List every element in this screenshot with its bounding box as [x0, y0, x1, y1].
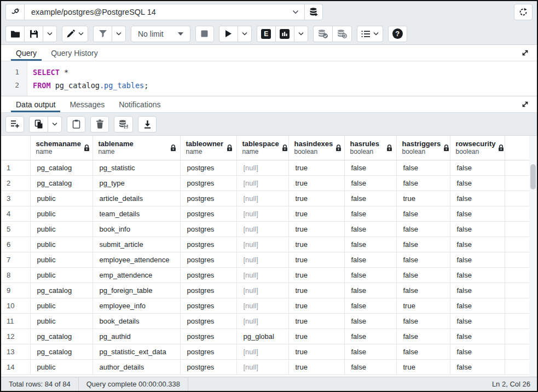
save-data-button[interactable]	[114, 116, 133, 132]
row-number-cell[interactable]: 1	[1, 160, 30, 175]
cell[interactable]: pg_catalog	[30, 175, 92, 191]
cell[interactable]: pg_foreign_table	[92, 283, 180, 298]
cell[interactable]: [null]	[236, 191, 288, 206]
tab-notifications[interactable]: Notifications	[112, 96, 167, 112]
cell[interactable]: [null]	[236, 237, 288, 252]
cell[interactable]: false	[344, 313, 396, 328]
cell[interactable]: false	[396, 267, 450, 283]
cell[interactable]: postgres	[180, 175, 236, 191]
cell[interactable]: false	[450, 344, 505, 359]
expand-output-button[interactable]	[513, 96, 537, 112]
cell[interactable]: submit_article	[92, 237, 180, 252]
explain-analyze-button[interactable]	[275, 26, 294, 42]
cell[interactable]: false	[450, 237, 505, 252]
cell[interactable]: false	[450, 267, 505, 283]
cell[interactable]: public	[30, 252, 92, 267]
cell[interactable]: pg_type	[92, 175, 180, 191]
cell[interactable]: true	[288, 267, 344, 283]
cell[interactable]: public	[30, 221, 92, 237]
cell[interactable]: postgres	[180, 267, 236, 283]
execute-button[interactable]	[219, 26, 238, 42]
cell[interactable]: public	[30, 191, 92, 206]
expand-editor-button[interactable]	[513, 45, 537, 61]
connection-selector[interactable]: example/postgres@PostgreSQL 14	[24, 4, 304, 20]
cell[interactable]: true	[288, 298, 344, 313]
explain-menu-button[interactable]	[294, 26, 308, 42]
cell[interactable]: false	[344, 328, 396, 344]
cell[interactable]: postgres	[180, 252, 236, 267]
copy-button[interactable]	[29, 116, 48, 132]
tab-messages[interactable]: Messages	[62, 96, 112, 112]
cell[interactable]: false	[396, 175, 450, 191]
cell[interactable]: true	[288, 206, 344, 221]
cell[interactable]: false	[450, 191, 505, 206]
column-header-tableowner[interactable]: tableownername	[180, 136, 236, 160]
cell[interactable]: book_details	[92, 313, 180, 328]
cell[interactable]: public	[30, 298, 92, 313]
row-number-cell[interactable]: 6	[1, 237, 30, 252]
cell[interactable]: author_details	[92, 359, 180, 374]
cell[interactable]: false	[450, 313, 505, 328]
connection-status-button[interactable]	[5, 4, 24, 20]
cell[interactable]: true	[396, 298, 450, 313]
commit-button[interactable]	[313, 26, 332, 42]
row-number-cell[interactable]: 4	[1, 206, 30, 221]
cell[interactable]: [null]	[236, 175, 288, 191]
tab-data-output[interactable]: Data output	[9, 96, 62, 112]
column-header-hasindexes[interactable]: hasindexesboolean	[288, 136, 344, 160]
row-number-cell[interactable]: 2	[1, 175, 30, 191]
cell[interactable]: postgres	[180, 328, 236, 344]
scrollbar-thumb[interactable]	[530, 164, 536, 189]
cell[interactable]: false	[344, 221, 396, 237]
cell[interactable]: true	[288, 359, 344, 374]
cell[interactable]: false	[396, 344, 450, 359]
cell[interactable]: false	[396, 221, 450, 237]
cell[interactable]: true	[288, 313, 344, 328]
cell[interactable]: true	[288, 160, 344, 175]
filter-button[interactable]	[93, 26, 112, 42]
cell[interactable]: true	[288, 252, 344, 267]
cell[interactable]: false	[344, 298, 396, 313]
cell[interactable]: [null]	[236, 313, 288, 328]
tab-query[interactable]: Query	[9, 45, 44, 61]
cell[interactable]: false	[344, 283, 396, 298]
save-menu-button[interactable]	[43, 26, 57, 42]
cell[interactable]: [null]	[236, 298, 288, 313]
cell[interactable]: false	[396, 237, 450, 252]
stop-button[interactable]	[195, 26, 214, 42]
row-number-header[interactable]	[1, 136, 30, 160]
editor-code[interactable]: SELECT * FROM pg_catalog.pg_tables;	[27, 61, 148, 96]
cell[interactable]: [null]	[236, 283, 288, 298]
cell[interactable]: true	[288, 175, 344, 191]
filter-menu-button[interactable]	[112, 26, 126, 42]
cell[interactable]: [null]	[236, 359, 288, 374]
cell[interactable]: [null]	[236, 206, 288, 221]
column-header-rowsecurity[interactable]: rowsecurityboolean	[450, 136, 505, 160]
cell[interactable]: true	[288, 344, 344, 359]
cell[interactable]: public	[30, 237, 92, 252]
cell[interactable]: false	[396, 252, 450, 267]
cell[interactable]: postgres	[180, 160, 236, 175]
cell[interactable]: postgres	[180, 237, 236, 252]
cell[interactable]: postgres	[180, 221, 236, 237]
cell[interactable]: book_info	[92, 221, 180, 237]
row-number-cell[interactable]: 5	[1, 221, 30, 237]
cell[interactable]: false	[450, 206, 505, 221]
sql-editor[interactable]: 1 2 SELECT * FROM pg_catalog.pg_tables;	[1, 61, 537, 96]
cell[interactable]: [null]	[236, 221, 288, 237]
row-number-cell[interactable]: 9	[1, 283, 30, 298]
cell[interactable]: true	[288, 328, 344, 344]
edit-menu-button[interactable]	[62, 26, 88, 42]
column-header-tablename[interactable]: tablenamename	[92, 136, 180, 160]
cell[interactable]: true	[288, 221, 344, 237]
cell[interactable]: public	[30, 359, 92, 374]
macros-button[interactable]	[357, 26, 383, 42]
cell[interactable]: [null]	[236, 267, 288, 283]
rollback-button[interactable]	[332, 26, 352, 42]
refresh-button[interactable]	[514, 4, 533, 20]
cell[interactable]: [null]	[236, 160, 288, 175]
cell[interactable]: postgres	[180, 313, 236, 328]
download-button[interactable]	[138, 116, 157, 132]
cell[interactable]: pg_authid	[92, 328, 180, 344]
cell[interactable]: pg_catalog	[30, 160, 92, 175]
